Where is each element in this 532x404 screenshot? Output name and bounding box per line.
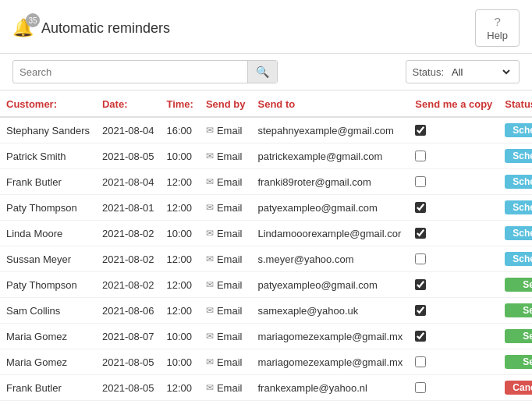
cell-sendto: patyexampleo@gmail.com bbox=[251, 272, 409, 298]
header: 🔔 35 Automatic reminders ? Help bbox=[0, 0, 532, 54]
email-icon: ✉ bbox=[206, 202, 214, 213]
reminders-table-container: Customer: Date: Time: Send by Send to Se… bbox=[0, 90, 532, 404]
cell-time: 12:00 bbox=[160, 169, 199, 195]
status-badge: Canceled bbox=[505, 381, 532, 395]
email-icon: ✉ bbox=[206, 305, 214, 316]
table-header: Customer: Date: Time: Send by Send to Se… bbox=[0, 90, 532, 117]
sendby-label: Email bbox=[217, 331, 243, 342]
cell-sendby: ✉ Email bbox=[200, 169, 252, 195]
cell-copy bbox=[409, 221, 498, 246]
status-select[interactable]: All Scheduled Sent Canceled bbox=[449, 66, 512, 79]
copy-checkbox[interactable] bbox=[415, 253, 426, 264]
cell-customer: Frank Butler bbox=[0, 375, 96, 401]
copy-checkbox[interactable] bbox=[415, 202, 426, 213]
copy-checkbox[interactable] bbox=[415, 356, 426, 367]
table-body: Stephany Sanders 2021-08-04 16:00 ✉ Emai… bbox=[0, 117, 532, 404]
cell-time: 10:00 bbox=[160, 221, 199, 246]
cell-date: 2021-08-04 bbox=[96, 117, 161, 144]
status-badge: Scheduled bbox=[505, 149, 532, 163]
cell-status: Sent bbox=[498, 298, 532, 324]
cell-status: Scheduled bbox=[498, 221, 532, 246]
cell-sendby: ✉ Email bbox=[200, 298, 252, 324]
cell-customer: Patrick Smith bbox=[0, 144, 96, 169]
cell-date: 2021-08-05 bbox=[96, 349, 161, 375]
cell-sendto: mariagomezexample@gmail.mx bbox=[251, 349, 409, 375]
status-badge: Scheduled bbox=[505, 226, 532, 240]
cell-sendby: ✉ Email bbox=[200, 349, 252, 375]
cell-customer: Sussan Meyer bbox=[0, 246, 96, 272]
cell-copy bbox=[409, 401, 498, 405]
cell-copy bbox=[409, 272, 498, 298]
status-filter-label: Status: bbox=[413, 66, 444, 78]
status-badge: Scheduled bbox=[505, 200, 532, 214]
cell-copy bbox=[409, 169, 498, 195]
cell-date: 2021-08-05 bbox=[96, 375, 161, 401]
cell-status: Scheduled bbox=[498, 169, 532, 195]
cell-sendto: patyexampleo@gmail.com bbox=[251, 195, 409, 221]
col-header-status[interactable]: Status: ▲ bbox=[498, 90, 532, 117]
cell-time: 16:00 bbox=[160, 117, 199, 144]
email-icon: ✉ bbox=[206, 253, 214, 264]
email-icon: ✉ bbox=[206, 356, 214, 367]
cell-copy bbox=[409, 144, 498, 169]
sendby-label: Email bbox=[217, 305, 243, 317]
email-icon: ✉ bbox=[206, 125, 214, 136]
copy-checkbox[interactable] bbox=[415, 305, 426, 316]
table-row: Patrick Smith 2021-08-05 10:00 ✉ Email p… bbox=[0, 144, 532, 169]
cell-sendto: samexaple@yahoo.uk bbox=[251, 298, 409, 324]
cell-customer: Paty Thompson bbox=[0, 195, 96, 221]
reminders-table: Customer: Date: Time: Send by Send to Se… bbox=[0, 90, 532, 404]
cell-copy bbox=[409, 246, 498, 272]
toolbar: 🔍 Status: All Scheduled Sent Canceled bbox=[0, 54, 532, 90]
cell-sendto: frankexample@yahoo.nl bbox=[251, 375, 409, 401]
sendby-label: Email bbox=[217, 125, 243, 136]
cell-date: 2021-08-01 bbox=[96, 195, 161, 221]
cell-time: 10:00 bbox=[160, 324, 199, 349]
page-title: Automatic reminders bbox=[41, 20, 170, 37]
table-row: Maria Gomez 2021-08-07 10:00 ✉ Email mar… bbox=[0, 324, 532, 349]
sendby-label: Email bbox=[217, 151, 243, 162]
col-header-date: Date: bbox=[96, 90, 161, 117]
sendby-label: Email bbox=[217, 253, 243, 265]
sendby-label: Email bbox=[217, 356, 243, 368]
cell-sendby: ✉ Email bbox=[200, 117, 252, 144]
table-row: Maria Gomez 2021-08-05 10:00 ✉ Email mar… bbox=[0, 349, 532, 375]
cell-time: 12:00 bbox=[160, 298, 199, 324]
help-button[interactable]: ? Help bbox=[475, 9, 520, 47]
email-icon: ✉ bbox=[206, 176, 214, 187]
cell-customer: Maria Gomez bbox=[0, 349, 96, 375]
header-left: 🔔 35 Automatic reminders bbox=[12, 18, 170, 38]
search-button[interactable]: 🔍 bbox=[247, 61, 277, 83]
copy-checkbox[interactable] bbox=[415, 331, 426, 342]
cell-status: Scheduled bbox=[498, 144, 532, 169]
status-badge: Sent bbox=[505, 278, 532, 292]
search-input[interactable] bbox=[13, 66, 247, 78]
status-filter: Status: All Scheduled Sent Canceled bbox=[406, 60, 520, 83]
cell-time: 12:00 bbox=[160, 401, 199, 405]
status-badge: Scheduled bbox=[505, 175, 532, 189]
cell-sendby: ✉ Email bbox=[200, 246, 252, 272]
cell-customer: Stephany Sanders bbox=[0, 117, 96, 144]
email-icon: ✉ bbox=[206, 228, 214, 239]
status-badge: Sent bbox=[505, 329, 532, 343]
cell-copy bbox=[409, 349, 498, 375]
cell-date: 2021-08-04 bbox=[96, 169, 161, 195]
sendby-label: Email bbox=[217, 228, 243, 239]
copy-checkbox[interactable] bbox=[415, 228, 426, 239]
cell-date: 2021-08-05 bbox=[96, 144, 161, 169]
copy-checkbox[interactable] bbox=[415, 125, 426, 136]
cell-copy bbox=[409, 117, 498, 144]
status-badge: Scheduled bbox=[505, 252, 532, 266]
copy-checkbox[interactable] bbox=[415, 151, 426, 161]
copy-checkbox[interactable] bbox=[415, 382, 426, 393]
cell-date: 2021-08-06 bbox=[96, 298, 161, 324]
cell-customer: Sussan Meyer bbox=[0, 401, 96, 405]
cell-sendby: ✉ Email bbox=[200, 401, 252, 405]
cell-sendto: stepahnyexample@gmail.com bbox=[251, 117, 409, 144]
table-row: Paty Thompson 2021-08-01 12:00 ✉ Email p… bbox=[0, 195, 532, 221]
cell-time: 12:00 bbox=[160, 246, 199, 272]
copy-checkbox[interactable] bbox=[415, 279, 426, 290]
cell-copy bbox=[409, 324, 498, 349]
table-row: Linda Moore 2021-08-02 10:00 ✉ Email Lin… bbox=[0, 221, 532, 246]
copy-checkbox[interactable] bbox=[415, 176, 426, 187]
